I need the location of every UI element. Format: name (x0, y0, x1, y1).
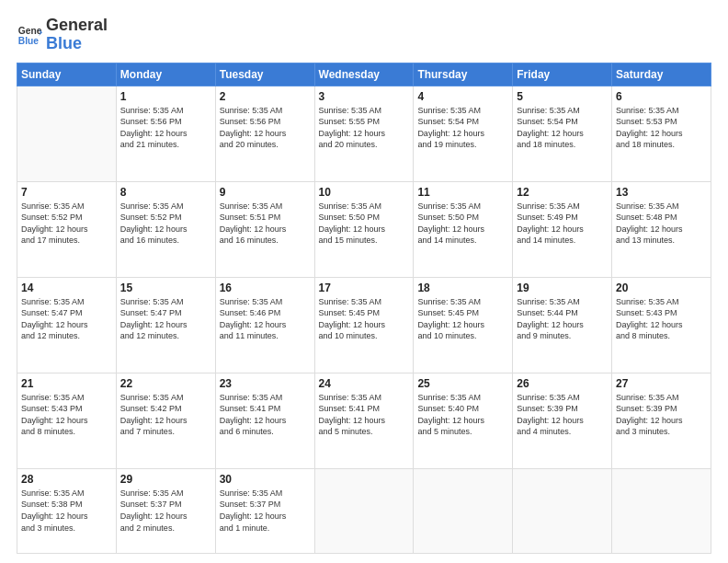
calendar-cell: 12Sunrise: 5:35 AMSunset: 5:49 PMDayligh… (513, 181, 612, 277)
day-number: 21 (21, 377, 112, 390)
day-number: 23 (220, 377, 311, 390)
day-number: 29 (120, 473, 211, 486)
day-number: 30 (220, 473, 311, 486)
calendar-cell: 28Sunrise: 5:35 AMSunset: 5:38 PMDayligh… (17, 468, 117, 553)
day-number: 28 (21, 473, 112, 486)
day-of-week-thursday: Thursday (414, 63, 513, 86)
cell-info: Sunrise: 5:35 AMSunset: 5:45 PMDaylight:… (319, 296, 410, 342)
day-of-week-friday: Friday (513, 63, 612, 86)
calendar-cell: 30Sunrise: 5:35 AMSunset: 5:37 PMDayligh… (215, 468, 314, 553)
calendar-cell: 24Sunrise: 5:35 AMSunset: 5:41 PMDayligh… (314, 373, 414, 468)
cell-info: Sunrise: 5:35 AMSunset: 5:39 PMDaylight:… (517, 392, 608, 438)
cell-info: Sunrise: 5:35 AMSunset: 5:47 PMDaylight:… (120, 296, 211, 342)
logo-general-text: General (46, 16, 108, 34)
calendar-cell: 26Sunrise: 5:35 AMSunset: 5:39 PMDayligh… (513, 373, 612, 468)
calendar-cell: 3Sunrise: 5:35 AMSunset: 5:55 PMDaylight… (314, 86, 414, 181)
cell-info: Sunrise: 5:35 AMSunset: 5:43 PMDaylight:… (616, 296, 707, 342)
day-number: 5 (517, 90, 608, 103)
calendar-cell: 9Sunrise: 5:35 AMSunset: 5:51 PMDaylight… (215, 181, 314, 277)
calendar-cell: 5Sunrise: 5:35 AMSunset: 5:54 PMDaylight… (513, 86, 612, 181)
cell-info: Sunrise: 5:35 AMSunset: 5:51 PMDaylight:… (220, 201, 311, 247)
calendar-table: SundayMondayTuesdayWednesdayThursdayFrid… (17, 63, 711, 554)
calendar-header-row: SundayMondayTuesdayWednesdayThursdayFrid… (17, 63, 711, 86)
day-number: 25 (417, 377, 508, 390)
calendar-week-row: 28Sunrise: 5:35 AMSunset: 5:38 PMDayligh… (17, 468, 711, 553)
logo-icon: General Blue (17, 22, 42, 48)
cell-info: Sunrise: 5:35 AMSunset: 5:37 PMDaylight:… (120, 488, 211, 534)
calendar-cell: 29Sunrise: 5:35 AMSunset: 5:37 PMDayligh… (116, 468, 215, 553)
cell-info: Sunrise: 5:35 AMSunset: 5:44 PMDaylight:… (517, 296, 608, 342)
calendar-cell: 20Sunrise: 5:35 AMSunset: 5:43 PMDayligh… (612, 277, 711, 373)
day-number: 19 (517, 282, 608, 294)
day-number: 18 (417, 282, 508, 294)
cell-info: Sunrise: 5:35 AMSunset: 5:40 PMDaylight:… (417, 392, 508, 438)
day-number: 16 (220, 282, 311, 294)
day-of-week-monday: Monday (116, 63, 215, 86)
svg-text:Blue: Blue (18, 36, 40, 46)
calendar-cell: 22Sunrise: 5:35 AMSunset: 5:42 PMDayligh… (116, 373, 215, 468)
cell-info: Sunrise: 5:35 AMSunset: 5:54 PMDaylight:… (417, 105, 508, 151)
cell-info: Sunrise: 5:35 AMSunset: 5:50 PMDaylight:… (319, 201, 410, 247)
calendar-cell: 15Sunrise: 5:35 AMSunset: 5:47 PMDayligh… (116, 277, 215, 373)
cell-info: Sunrise: 5:35 AMSunset: 5:53 PMDaylight:… (616, 105, 707, 151)
calendar-week-row: 14Sunrise: 5:35 AMSunset: 5:47 PMDayligh… (17, 277, 711, 373)
logo: General Blue General Blue (17, 17, 108, 53)
day-number: 20 (616, 282, 707, 294)
cell-info: Sunrise: 5:35 AMSunset: 5:47 PMDaylight:… (21, 296, 112, 342)
calendar-cell: 6Sunrise: 5:35 AMSunset: 5:53 PMDaylight… (612, 86, 711, 181)
cell-info: Sunrise: 5:35 AMSunset: 5:56 PMDaylight:… (120, 105, 211, 151)
day-number: 2 (220, 90, 311, 103)
calendar-cell: 23Sunrise: 5:35 AMSunset: 5:41 PMDayligh… (215, 373, 314, 468)
day-number: 13 (616, 186, 707, 199)
cell-info: Sunrise: 5:35 AMSunset: 5:54 PMDaylight:… (517, 105, 608, 151)
day-of-week-saturday: Saturday (612, 63, 711, 86)
cell-info: Sunrise: 5:35 AMSunset: 5:52 PMDaylight:… (21, 201, 112, 247)
calendar-cell: 19Sunrise: 5:35 AMSunset: 5:44 PMDayligh… (513, 277, 612, 373)
day-number: 17 (319, 282, 410, 294)
calendar-cell (17, 86, 117, 181)
calendar-week-row: 21Sunrise: 5:35 AMSunset: 5:43 PMDayligh… (17, 373, 711, 468)
calendar-cell: 21Sunrise: 5:35 AMSunset: 5:43 PMDayligh… (17, 373, 117, 468)
calendar-cell: 14Sunrise: 5:35 AMSunset: 5:47 PMDayligh… (17, 277, 117, 373)
page: General Blue General Blue SundayMondayTu… (0, 0, 728, 563)
day-number: 1 (120, 90, 211, 103)
day-number: 26 (517, 377, 608, 390)
day-number: 27 (616, 377, 707, 390)
calendar-cell: 10Sunrise: 5:35 AMSunset: 5:50 PMDayligh… (314, 181, 414, 277)
calendar-cell: 11Sunrise: 5:35 AMSunset: 5:50 PMDayligh… (414, 181, 513, 277)
calendar-cell (513, 468, 612, 553)
calendar-cell: 18Sunrise: 5:35 AMSunset: 5:45 PMDayligh… (414, 277, 513, 373)
day-number: 12 (517, 186, 608, 199)
day-of-week-tuesday: Tuesday (215, 63, 314, 86)
day-number: 7 (21, 186, 112, 199)
day-number: 10 (319, 186, 410, 199)
cell-info: Sunrise: 5:35 AMSunset: 5:49 PMDaylight:… (517, 201, 608, 247)
logo-wordmark: General Blue (46, 17, 108, 53)
calendar-week-row: 1Sunrise: 5:35 AMSunset: 5:56 PMDaylight… (17, 86, 711, 181)
day-number: 14 (21, 282, 112, 294)
header: General Blue General Blue (17, 17, 711, 53)
cell-info: Sunrise: 5:35 AMSunset: 5:39 PMDaylight:… (616, 392, 707, 438)
day-number: 3 (319, 90, 410, 103)
calendar-cell (414, 468, 513, 553)
day-number: 24 (319, 377, 410, 390)
cell-info: Sunrise: 5:35 AMSunset: 5:46 PMDaylight:… (220, 296, 311, 342)
cell-info: Sunrise: 5:35 AMSunset: 5:48 PMDaylight:… (616, 201, 707, 247)
calendar-cell: 25Sunrise: 5:35 AMSunset: 5:40 PMDayligh… (414, 373, 513, 468)
cell-info: Sunrise: 5:35 AMSunset: 5:41 PMDaylight:… (220, 392, 311, 438)
calendar-cell: 17Sunrise: 5:35 AMSunset: 5:45 PMDayligh… (314, 277, 414, 373)
day-number: 4 (417, 90, 508, 103)
cell-info: Sunrise: 5:35 AMSunset: 5:42 PMDaylight:… (120, 392, 211, 438)
svg-text:General: General (18, 26, 42, 36)
day-number: 15 (120, 282, 211, 294)
cell-info: Sunrise: 5:35 AMSunset: 5:52 PMDaylight:… (120, 201, 211, 247)
day-of-week-sunday: Sunday (17, 63, 117, 86)
day-number: 8 (120, 186, 211, 199)
calendar-cell (612, 468, 711, 553)
day-number: 22 (120, 377, 211, 390)
calendar-cell: 2Sunrise: 5:35 AMSunset: 5:56 PMDaylight… (215, 86, 314, 181)
cell-info: Sunrise: 5:35 AMSunset: 5:50 PMDaylight:… (417, 201, 508, 247)
cell-info: Sunrise: 5:35 AMSunset: 5:41 PMDaylight:… (319, 392, 410, 438)
day-number: 6 (616, 90, 707, 103)
calendar-cell: 1Sunrise: 5:35 AMSunset: 5:56 PMDaylight… (116, 86, 215, 181)
